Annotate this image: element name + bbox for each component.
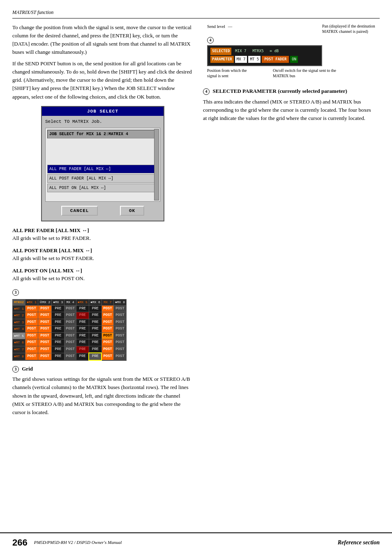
job-select-instruction: Select TO MATRIX Job. (45, 118, 160, 125)
grid-container: MTRX2 ●MX 1 ②MX 2 ●MX 3 MX 4 ●MX 5 ●MX 6… (12, 299, 193, 361)
job-select-item-3[interactable]: ALL POST ON [ALL MIX ↔] (47, 184, 158, 192)
table-row: ●MT 3 POST POST PRE POST PRE PRE POST PO… (13, 319, 127, 326)
job-item-1-label: ALL PRE FADER [ALL MIX ↔] (12, 226, 193, 235)
selected-param-desc: This area indicates the channel (MIX or … (203, 98, 376, 122)
post-fader-value: POST FADER (262, 56, 289, 63)
job-item-3-label: ALL POST ON [ALL MIX ↔] (12, 267, 193, 275)
position-annotation: Position from which the signal is sent (207, 68, 248, 78)
circle-3: 3 (12, 289, 19, 296)
reference-section: Reference section (338, 538, 380, 547)
job-item-2-label: ALL POST FADER [ALL MIX ↔] (12, 246, 193, 255)
job-select-title: JOB SELECT (42, 107, 164, 116)
page-number: 266 (12, 536, 28, 549)
table-row: ●MT 8 POST POST PRE POST PRE PRE POST PO… (13, 353, 127, 360)
lcd-row-2: PARAMETER MX 7 MT 5 POST FADER ON (210, 56, 319, 63)
send-level-label: Send level — (207, 23, 232, 34)
matrix-grid: MTRX2 ●MX 1 ②MX 2 ●MX 3 MX 4 ●MX 5 ●MX 6… (12, 299, 127, 361)
job-select-dialog: JOB SELECT Select TO MATRIX Job. JOB SEL… (41, 106, 164, 221)
job-select-buttons: CANCEL OK (45, 203, 160, 218)
content-columns: To change the position from which the si… (12, 23, 380, 420)
job-select-item-1[interactable]: ALL PRE FADER [ALL MIX ↔] (47, 165, 158, 173)
job-select-list: JOB SELECT for MIX 1& 2:MATRIX 4 ALL PRE… (45, 128, 160, 202)
job-select-item-2[interactable]: ALL POST FADER [ALL MIX ↔] (47, 174, 158, 183)
selected-label: SELECTED (210, 48, 231, 55)
job-select-header-row: JOB SELECT for MIX 1& 2:MATRIX 4 (47, 130, 158, 138)
bottom-annotations: Position from which the signal is sent O… (207, 68, 376, 78)
mx7-value: MX 7 (235, 56, 247, 63)
mix7-value: MIX 7 (233, 48, 249, 55)
grid-heading: 3 Grid (12, 365, 193, 373)
onoff-annotation: On/off switch for the signal sent to the… (273, 68, 339, 78)
selected-param-heading: 4 SELECTED PARAMETER (currently selected… (203, 87, 376, 95)
grid-description: The grid shows various settings for the … (12, 375, 193, 417)
job-select-body: Select TO MATRIX Job. JOB SELECT for MIX… (42, 116, 164, 221)
table-row: ●MT 4 POST POST PRE POST PRE PRE POST PO… (13, 326, 127, 333)
header-bar: MATRIX/ST function (12, 8, 380, 18)
selected-param-section: 4 SELECTED PARAMETER (currently selected… (203, 87, 376, 122)
inf-db-value: ∞ dB (267, 48, 281, 55)
job-select-empty-rows (47, 140, 158, 165)
table-row: ●MT 1 POST POST PRE POST PRE PRE POST PO… (13, 305, 127, 312)
mtrx5-value: MTRX5 (250, 48, 266, 55)
right-column: Send level — Pan (displayed if the desti… (203, 23, 376, 420)
cancel-button[interactable]: CANCEL (61, 206, 98, 216)
grid-circle-num: 3 (12, 366, 19, 373)
table-row: ●MT 6 POST POST PRE POST PRE PRE POST PO… (13, 339, 127, 346)
grid-label-row: 3 (12, 289, 193, 296)
job-item-2-desc: All grids will be set to POST FADER. (12, 255, 94, 261)
manual-title: PM5D/PM5D-RH V2 / DSP5D Owner's Manual (34, 539, 338, 546)
page: MATRIX/ST function To change the positio… (0, 0, 392, 555)
table-row: ●MT 7 POST POST PRE POST PRE PRE POST PO… (13, 346, 127, 353)
job-item-3-desc: All grids will be set to POST ON. (12, 275, 85, 281)
left-column: To change the position from which the si… (12, 23, 193, 420)
grid-section: 3 MTRX2 ●MX 1 ②MX 2 ●MX 3 MX 4 ●MX 5 (12, 289, 193, 417)
pan-label: Pan (displayed if the destination MATRIX… (322, 23, 376, 34)
job-items-list: ALL PRE FADER [ALL MIX ↔] All grids will… (12, 226, 193, 283)
lcd-display: SELECTED MIX 7 MTRX5 ∞ dB PARAMETER MX 7… (207, 45, 322, 66)
send-level-diagram: Send level — Pan (displayed if the desti… (203, 23, 376, 79)
footer: 266 PM5D/PM5D-RH V2 / DSP5D Owner's Manu… (0, 532, 392, 549)
job-select-scrollbar[interactable] (154, 129, 159, 200)
para2: If the SEND POINT button is on, the send… (12, 60, 193, 101)
lcd-row-1: SELECTED MIX 7 MTRX5 ∞ dB (210, 48, 319, 55)
para1: To change the position from which the si… (12, 23, 193, 57)
header-title: MATRIX/ST function (12, 9, 53, 15)
parameter-label: PARAMETER (210, 56, 234, 63)
table-row: ●MT 5 POST POST PRE POST PRE PRE POST PO… (13, 332, 127, 339)
circle-4-heading: 4 (203, 88, 210, 95)
on-value: ON (290, 56, 298, 63)
job-item-1-desc: All grids will be set to PRE FADER. (12, 235, 91, 241)
circle-4: 4 (207, 37, 214, 44)
table-row: ●MT 2 POST POST PRE POST PRE PRE POST PO… (13, 312, 127, 319)
ok-button[interactable]: OK (120, 206, 144, 216)
mt5-value: MT 5 (248, 56, 261, 63)
